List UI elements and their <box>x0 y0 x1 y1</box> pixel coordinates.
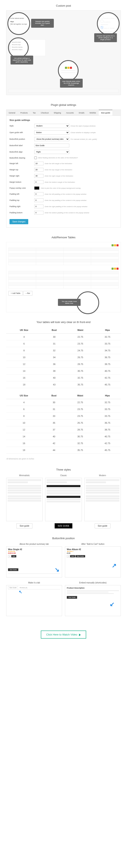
us-size-table: US SizeBustWaistHips43022.7532.7563123.7… <box>6 392 121 454</box>
section-title-styles: Three styles <box>6 468 121 471</box>
sg-badge-4[interactable]: Size Guide <box>67 596 77 599</box>
table-header: Waist <box>67 392 94 399</box>
pt-input[interactable] <box>34 198 43 202</box>
tab-products[interactable]: Products <box>18 110 30 116</box>
style-label-3: Modern <box>84 474 121 476</box>
style-card-modern <box>84 478 121 521</box>
tab-tax[interactable]: Tax <box>31 110 38 116</box>
fake-table-1[interactable] <box>8 248 119 265</box>
table-row: 43022.7532.75 <box>6 399 121 406</box>
table-row: 103526.7536.75 <box>6 420 121 426</box>
table-header: Hips <box>94 392 121 399</box>
mr-input[interactable] <box>34 174 43 178</box>
arrow-icon-3: ↖ <box>19 589 22 594</box>
mb-input[interactable] <box>34 180 43 184</box>
open-with-select[interactable]: Button <box>34 130 69 134</box>
fake-table-2[interactable] <box>8 271 119 288</box>
pos-card-2: Woo Album #2 ★★★★☆ £9.00 1 Add Size Guid… <box>65 547 121 578</box>
overlay-color[interactable] <box>34 186 39 190</box>
style-label-1: Minimalistic <box>6 474 43 476</box>
clearing-check[interactable] <box>34 156 37 159</box>
table-header: Bust <box>42 327 67 334</box>
play-icon <box>79 633 81 636</box>
table-row: 143830.7540.75 <box>6 368 121 374</box>
action-edit-icon[interactable] <box>114 244 116 246</box>
table-header: UK Size <box>6 327 42 334</box>
tab-rev[interactable]: Reviews (0) <box>18 586 29 589</box>
pos-card-4: Product Description Size Guide ↙ <box>65 585 121 616</box>
table-actions-1 <box>8 244 119 247</box>
table-row: 123728.7538.75 <box>6 426 121 433</box>
btn-label-input[interactable] <box>34 144 69 147</box>
add-table-button[interactable]: + Add Table <box>8 291 23 296</box>
callout-more-tables: You can create more tables now. <box>58 299 81 306</box>
tab-general[interactable]: General <box>6 110 17 116</box>
table-row: 144030.7540.75 <box>6 433 121 440</box>
style-btn-1[interactable]: Size guide <box>16 523 32 528</box>
table-header: US Size <box>6 392 42 399</box>
pr-input[interactable] <box>34 205 43 208</box>
callout-category: Include size guides for a whole category… <box>94 33 117 42</box>
tab-sg[interactable]: Size Guide <box>8 586 18 589</box>
table-row: 184335.7545.75 <box>6 381 121 388</box>
style-btn-3[interactable]: Size guide <box>95 523 111 528</box>
arrow-icon-4: ↙ <box>110 601 115 608</box>
ml-input[interactable] <box>34 162 43 165</box>
mt-input[interactable] <box>34 168 43 172</box>
pos-label-3: Make it a tab <box>6 582 62 584</box>
table-row: 164032.7542.75 <box>6 374 121 381</box>
table-header: Bust <box>42 392 67 399</box>
tab-accounts[interactable]: Accounts <box>64 110 76 116</box>
table-row: 83224.7534.75 <box>6 347 121 354</box>
tab-emails[interactable]: Emails <box>77 110 87 116</box>
arrow-icon: ↘ <box>55 566 59 573</box>
bubble-text: ild the natural senses <box>10 18 27 19</box>
sg-badge-1[interactable]: Size Guide <box>8 568 18 571</box>
dimensions-note: All dimensions are given in inches <box>6 458 121 460</box>
arrow-icon-2: ↗ <box>112 562 117 569</box>
table-actions-2 <box>8 268 119 270</box>
tab-checkout[interactable]: Checkout <box>39 110 51 116</box>
section-title-custom-post: Custom post <box>6 4 121 7</box>
save-button[interactable]: Save changes <box>9 219 28 224</box>
editor-toolbar[interactable] <box>8 89 119 93</box>
table-row: 103426.7536.75 <box>6 354 121 361</box>
callout-global: Use global settings or adjust them for e… <box>10 56 33 64</box>
tab-shipping[interactable]: Shipping <box>51 110 63 116</box>
circle-content: ild the natural senses Hips Will: bet to… <box>7 12 30 35</box>
align-select[interactable]: Right <box>34 150 69 154</box>
circle-settings <box>8 37 29 58</box>
table-row: 43022.7532.75 <box>6 334 121 340</box>
tab-sizeguide[interactable]: Size guide <box>99 110 113 116</box>
section-title-addremove: Add/Remove Tables <box>6 236 121 239</box>
pb-input[interactable] <box>34 211 43 215</box>
style-card-classic <box>45 478 82 521</box>
settings-tabs: General Products Tax Checkout Shipping A… <box>6 110 121 116</box>
pos-card-3: Size Guide Reviews (0) ↖ <box>6 585 62 616</box>
watch-video-button[interactable]: Click Here to Watch Video <box>41 630 86 639</box>
pl-input[interactable] <box>34 192 43 196</box>
section-title-global: Plugin global settings <box>6 103 121 106</box>
callout-editor: User-friendly table editor. No HTML know… <box>60 79 83 88</box>
section-title-frontend: Your tables will look very clear on th f… <box>6 320 121 323</box>
sg-badge-2[interactable]: Size Guide <box>76 555 85 557</box>
action-del-icon[interactable] <box>117 244 119 246</box>
remove-table-button[interactable]: – Rer <box>23 291 32 296</box>
table-header: Waist <box>67 327 94 334</box>
action-add-icon[interactable] <box>112 244 114 246</box>
tab-wishlist[interactable]: Wishlist <box>87 110 98 116</box>
table-row: 123628.7538.75 <box>6 361 121 368</box>
style-card-minimal <box>6 478 43 521</box>
style-btn-2[interactable]: SIZE GUIDE <box>55 523 73 528</box>
callout-sample: Sample size guides included, for a quick… <box>31 19 54 28</box>
settings-heading: Size guide settings <box>9 119 118 121</box>
style-label-2: Classic <box>45 474 82 476</box>
table-header: Hips <box>94 327 121 334</box>
position-select[interactable]: Above the product summary tabs <box>34 137 69 141</box>
hips-desc: Will: bet together, tux tops - <box>10 23 27 26</box>
table-row: 164232.7542.75 <box>6 440 121 447</box>
settings-body: Size guide settings StyleModernChose the… <box>6 116 121 227</box>
pos-label-4: Embed manually (shortcodes) <box>65 582 121 584</box>
style-select[interactable]: Modern <box>34 124 69 128</box>
uk-size-table: UK SizeBustWaistHips43022.7532.7563123.7… <box>6 327 121 388</box>
